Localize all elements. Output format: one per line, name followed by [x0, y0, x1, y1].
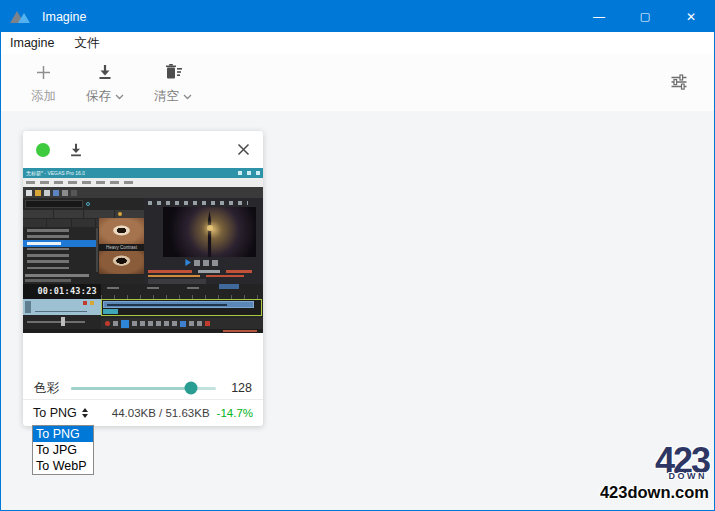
vegas-title: 无标题* - VEGAS Pro 16.0	[26, 168, 85, 178]
vegas-selected-effect	[23, 240, 96, 247]
format-dropdown: To PNG To JPG To WebP	[32, 425, 94, 475]
vegas-info-bar1	[25, 274, 89, 277]
window-controls: — ▢ ✕	[576, 1, 714, 32]
vegas-eye-preview-before	[99, 218, 144, 244]
remove-image-button[interactable]	[237, 143, 250, 156]
sliders-icon	[669, 72, 689, 92]
vegas-clip-properties	[148, 270, 260, 284]
card-header	[23, 131, 263, 168]
vegas-effects-list	[23, 228, 96, 272]
vegas-small-clip	[103, 309, 118, 314]
color-slider-value: 128	[228, 381, 252, 395]
toolbar: 添加 保存 清空	[1, 54, 714, 111]
vegas-track-header	[23, 299, 101, 315]
dropdown-option-jpg[interactable]: To JPG	[33, 442, 93, 458]
plus-icon	[34, 62, 53, 82]
color-slider[interactable]	[71, 381, 216, 395]
vegas-tabs-row1	[23, 210, 144, 218]
vegas-search-box	[25, 200, 83, 208]
dropdown-option-png[interactable]: To PNG	[33, 426, 93, 442]
chevron-down-icon	[183, 94, 192, 100]
settings-button[interactable]	[669, 72, 689, 96]
vegas-scrollbar	[96, 228, 98, 272]
savings-percent: -14.7%	[217, 407, 253, 419]
vegas-video-clip	[103, 301, 254, 308]
clock-face-glow	[207, 225, 213, 231]
vegas-transport-bar	[101, 318, 263, 329]
status-dot	[36, 143, 50, 157]
vegas-info-bar2	[25, 279, 71, 282]
vegas-timeline-track	[101, 299, 262, 316]
imagine-window: Imagine — ▢ ✕ Imagine 文件 添加 保存	[0, 0, 715, 511]
image-thumbnail[interactable]: 无标题* - VEGAS Pro 16.0 Heavy Contrast	[23, 168, 263, 333]
download-icon	[96, 62, 114, 82]
save-label: 保存	[86, 88, 111, 105]
vegas-status-bar	[23, 329, 263, 333]
add-label: 添加	[31, 88, 56, 105]
vegas-video-preview	[163, 207, 256, 257]
menu-file[interactable]: 文件	[74, 35, 99, 52]
vegas-window-controls	[238, 171, 260, 175]
vegas-menubar	[23, 178, 263, 187]
vegas-preview-panel	[144, 198, 263, 284]
save-image-button[interactable]	[68, 142, 84, 158]
menu-imagine[interactable]: Imagine	[10, 36, 54, 50]
vegas-eye-preview-after	[99, 251, 144, 274]
menu-bar: Imagine 文件	[1, 32, 714, 54]
title-bar[interactable]: Imagine — ▢ ✕	[1, 1, 714, 32]
window-title: Imagine	[42, 10, 86, 24]
vegas-toolbar	[23, 187, 263, 198]
minimize-button[interactable]: —	[576, 1, 622, 32]
close-icon	[237, 143, 250, 156]
chevron-down-icon	[115, 94, 124, 100]
vegas-timeline-ruler	[101, 284, 263, 299]
close-button[interactable]: ✕	[668, 1, 714, 32]
vegas-titlebar: 无标题* - VEGAS Pro 16.0	[23, 168, 263, 178]
download-icon	[68, 142, 84, 158]
trash-icon	[164, 62, 183, 82]
app-logo-icon	[10, 9, 36, 24]
watermark-domain: 423down.com	[600, 484, 709, 501]
big-ben-silhouette	[205, 211, 215, 257]
save-button[interactable]: 保存	[86, 62, 124, 111]
card-footer: To PNG 44.03KB / 51.63KB -14.7%	[23, 400, 263, 426]
dropdown-option-webp[interactable]: To WebP	[33, 458, 93, 474]
maximize-button[interactable]: ▢	[622, 1, 668, 32]
image-card: 无标题* - VEGAS Pro 16.0 Heavy Contrast	[23, 131, 263, 426]
file-size-text: 44.03KB / 51.63KB	[112, 407, 210, 419]
vegas-timecode: 00:01:43:23	[37, 286, 97, 296]
vegas-search-icon	[86, 202, 90, 206]
format-select[interactable]: To PNG	[33, 406, 88, 420]
clear-label: 清空	[154, 88, 179, 105]
watermark: 423 DOWN 423down.com	[600, 443, 709, 501]
color-slider-row: 色彩 128	[23, 374, 263, 402]
color-slider-label: 色彩	[34, 380, 59, 397]
add-button[interactable]: 添加	[31, 62, 56, 111]
select-arrows-icon	[82, 408, 88, 418]
vegas-preset-label: Heavy Contrast	[99, 244, 144, 251]
slider-thumb[interactable]	[185, 382, 198, 395]
vegas-rate-control	[23, 315, 101, 328]
vegas-preview-transport	[184, 259, 218, 266]
clear-button[interactable]: 清空	[154, 62, 192, 111]
vegas-timecode-panel: 00:01:43:23	[23, 284, 101, 299]
format-select-value: To PNG	[33, 406, 77, 420]
